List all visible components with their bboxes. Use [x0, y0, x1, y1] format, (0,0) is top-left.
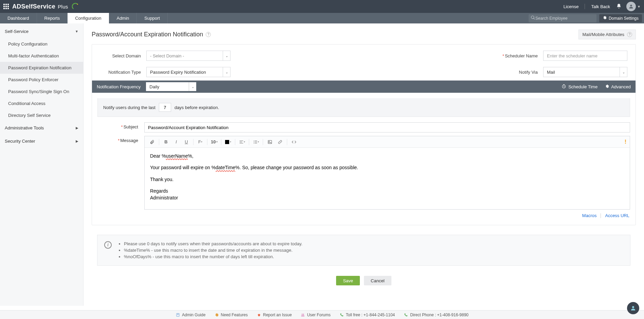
- scheduler-name-row: Scheduler Name: [497, 51, 627, 61]
- brand: ADSelfService Plus: [3, 3, 79, 10]
- sidebar-group-self-service[interactable]: Self-Service▼: [0, 25, 83, 38]
- scheduler-name-label: Scheduler Name: [497, 53, 538, 58]
- info-icon: i: [104, 241, 112, 249]
- rich-text-editor: B I U F▾ 10▾ ▾ ▾ ▾: [144, 136, 630, 210]
- employee-search-input[interactable]: [535, 16, 594, 21]
- notify-pre-text: Notify users during the last: [103, 105, 155, 110]
- sidebar-item-conditional-access[interactable]: Conditional Access: [0, 98, 83, 109]
- italic-icon[interactable]: I: [171, 138, 181, 146]
- font-size-value: 10: [211, 139, 216, 144]
- svg-point-7: [254, 142, 255, 142]
- notify-via-value: Mail: [544, 70, 620, 75]
- topbar: ADSelfService Plus License Talk Back ▼: [0, 0, 644, 13]
- tab-admin[interactable]: Admin: [109, 13, 137, 23]
- form-actions: Save Cancel: [92, 266, 636, 292]
- days-input[interactable]: [159, 103, 171, 112]
- bold-icon[interactable]: B: [161, 138, 171, 146]
- help-icon[interactable]: ?: [206, 32, 211, 37]
- advanced-button[interactable]: Advanced: [605, 84, 631, 90]
- access-url-link[interactable]: Access URL: [605, 213, 629, 218]
- note-item: %dateTime% - use this macro to insert th…: [124, 247, 302, 253]
- subject-label: Subject: [97, 122, 138, 132]
- chevron-down-icon: ▼: [75, 30, 78, 33]
- link-icon[interactable]: [275, 138, 285, 146]
- svg-rect-6: [255, 140, 257, 141]
- list-icon[interactable]: ▾: [251, 138, 261, 146]
- sidebar-group-administrative-tools[interactable]: Administrative Tools▶: [0, 121, 83, 135]
- notify-via-label: Notify Via: [497, 70, 538, 75]
- schedule-time-button[interactable]: Schedule Time: [562, 84, 597, 90]
- underline-icon[interactable]: U: [182, 138, 191, 146]
- chevron-down-icon[interactable]: ⌄: [223, 51, 230, 60]
- page-title: Password/Account Expiration Notification…: [92, 31, 211, 38]
- sidebar-item-directory-self-service[interactable]: Directory Self Service: [0, 109, 83, 121]
- schedule-time-label: Schedule Time: [568, 84, 597, 89]
- brand-main: ADSelfService: [12, 3, 55, 10]
- notification-type-dropdown[interactable]: Password Expiry Notification ⌄: [146, 67, 231, 77]
- subject-input[interactable]: [144, 122, 630, 132]
- warning-icon[interactable]: !: [625, 139, 626, 145]
- code-icon[interactable]: [289, 138, 299, 146]
- notification-type-row: Notification Type Password Expiry Notifi…: [100, 67, 231, 77]
- attachment-icon[interactable]: [147, 138, 157, 146]
- tab-support[interactable]: Support: [137, 13, 168, 23]
- save-button[interactable]: Save: [336, 276, 360, 285]
- frequency-dropdown[interactable]: Daily ⌄: [146, 82, 196, 91]
- config-rows: Select Domain - Select Domain - ⌄ Notifi…: [92, 45, 636, 81]
- topbar-right: License Talk Back ▼: [562, 2, 641, 11]
- tab-dashboard[interactable]: Dashboard: [0, 13, 37, 23]
- config-left-col: Select Domain - Select Domain - ⌄ Notifi…: [100, 51, 231, 77]
- chevron-down-icon[interactable]: ⌄: [189, 82, 196, 91]
- image-icon[interactable]: [265, 138, 275, 146]
- page-header: Password/Account Expiration Notification…: [92, 27, 636, 44]
- navtabs: DashboardReportsConfigurationAdminSuppor…: [0, 13, 168, 23]
- align-icon[interactable]: ▾: [237, 138, 247, 146]
- subbar: DashboardReportsConfigurationAdminSuppor…: [0, 13, 644, 23]
- page-title-text: Password/Account Expiration Notification: [92, 31, 203, 38]
- license-link[interactable]: License: [562, 4, 580, 9]
- help-icon[interactable]: ?: [627, 32, 632, 37]
- chevron-down-icon[interactable]: ⌄: [620, 67, 627, 77]
- sidebar-item-password-sync-single-sign-on[interactable]: Password Sync/Single Sign On: [0, 86, 83, 98]
- sidebar-item-multi-factor-authentication[interactable]: Multi-factor Authentication: [0, 50, 83, 62]
- user-menu[interactable]: ▼: [626, 2, 641, 11]
- separator: [601, 213, 601, 218]
- bell-icon[interactable]: [616, 3, 622, 10]
- notification-type-value: Password Expiry Notification: [147, 70, 223, 75]
- svg-point-9: [254, 143, 255, 143]
- note-item: Please use 0 days to notify users when t…: [124, 241, 302, 247]
- scheduler-name-input[interactable]: [543, 51, 627, 61]
- note-item: %noOfDays% - use this macro to insert th…: [124, 253, 302, 260]
- svg-rect-10: [255, 143, 257, 143]
- select-domain-value: - Select Domain -: [147, 53, 223, 58]
- font-family-icon[interactable]: F▾: [196, 138, 205, 146]
- frequency-right: Schedule Time Advanced: [562, 84, 631, 90]
- sidebar: Self-Service▼Policy ConfigurationMulti-f…: [0, 23, 84, 306]
- cancel-button[interactable]: Cancel: [364, 276, 391, 285]
- app-launcher-icon[interactable]: [3, 4, 9, 9]
- mail-mobile-attributes-button[interactable]: Mail/Mobile Attributes ?: [578, 30, 636, 39]
- select-domain-dropdown[interactable]: - Select Domain - ⌄: [146, 51, 231, 61]
- select-domain-label: Select Domain: [100, 53, 141, 58]
- text-color-icon[interactable]: ▾: [223, 138, 233, 146]
- domain-settings-button[interactable]: Domain Settings: [599, 14, 642, 22]
- chevron-down-icon[interactable]: ⌄: [223, 67, 230, 77]
- notify-via-dropdown[interactable]: Mail ⌄: [543, 67, 627, 77]
- clock-icon: [562, 84, 566, 90]
- brand-logo-arc-icon: [72, 3, 79, 10]
- sidebar-item-password-expiration-notification[interactable]: Password Expiration Notification: [0, 62, 83, 74]
- mma-label: Mail/Mobile Attributes: [582, 32, 624, 37]
- tab-reports[interactable]: Reports: [37, 13, 68, 23]
- sidebar-item-password-policy-enforcer[interactable]: Password Policy Enforcer: [0, 74, 83, 86]
- talkback-link[interactable]: Talk Back: [590, 4, 611, 9]
- employee-search[interactable]: [529, 14, 596, 22]
- tab-configuration[interactable]: Configuration: [68, 13, 109, 23]
- notify-post-text: days before expiration.: [174, 105, 219, 110]
- sidebar-group-security-center[interactable]: Security Center▶: [0, 135, 83, 148]
- macros-link[interactable]: Macros: [582, 213, 597, 218]
- brand-plus: Plus: [58, 4, 68, 10]
- font-size-dropdown[interactable]: 10▾: [209, 139, 219, 144]
- sidebar-item-policy-configuration[interactable]: Policy Configuration: [0, 38, 83, 50]
- message-row: Message B I U F▾ 10▾: [97, 136, 630, 210]
- rte-body[interactable]: Dear %userName%, Your password will expi…: [145, 148, 630, 209]
